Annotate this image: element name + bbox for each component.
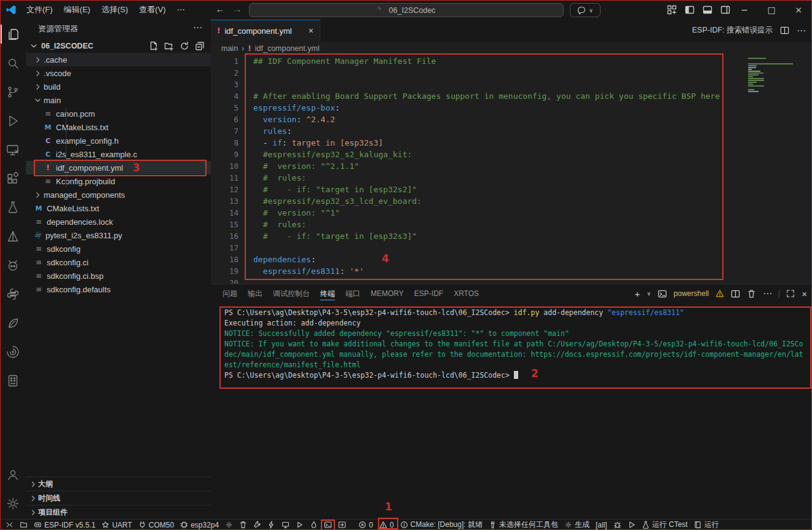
statusbar-idf-terminal[interactable] bbox=[321, 520, 335, 530]
activitybar-item-espressif[interactable] bbox=[0, 337, 26, 366]
minimize-button[interactable]: − bbox=[731, 0, 758, 20]
code-editor[interactable]: 1## IDF Component Manager Manifest File2… bbox=[211, 55, 812, 284]
toggle-secondary-sidebar-icon[interactable] bbox=[720, 5, 730, 15]
tree-item-sdkconfig.ci.bsp[interactable]: ≡sdkconfig.ci.bsp bbox=[26, 269, 211, 283]
menu-item[interactable]: 文件(F) bbox=[21, 0, 58, 20]
toggle-panel-icon[interactable] bbox=[703, 5, 712, 15]
sidebar-section-1[interactable]: 时间线 bbox=[26, 491, 211, 505]
split-editor-icon[interactable] bbox=[780, 26, 789, 35]
activitybar-item-source-control[interactable] bbox=[0, 77, 26, 106]
statusbar-warnings[interactable]: 0 bbox=[376, 520, 397, 530]
tree-item-idf-component.yml[interactable]: !idf_component.yml bbox=[26, 161, 211, 174]
activitybar-item-sponsor[interactable] bbox=[0, 308, 26, 337]
tree-item-sdkconfig.defaults[interactable]: ≡sdkconfig.defaults bbox=[26, 283, 211, 296]
new-file-icon[interactable] bbox=[149, 41, 159, 51]
statusbar-execute-custom-task[interactable] bbox=[335, 520, 349, 530]
more-actions-icon[interactable]: ⋯ bbox=[193, 22, 202, 33]
nav-forward-icon[interactable]: → bbox=[230, 4, 245, 14]
panel-tab-0[interactable]: 问题 bbox=[223, 284, 237, 303]
panel-tab-1[interactable]: 输出 bbox=[248, 284, 262, 303]
statusbar-ctest[interactable]: 运行 CTest bbox=[639, 520, 691, 530]
statusbar-monitor-device[interactable] bbox=[278, 520, 293, 530]
statusbar-debug[interactable] bbox=[293, 520, 307, 530]
panel-tab-6[interactable]: ESP-IDF bbox=[414, 284, 443, 303]
minimap[interactable] bbox=[748, 58, 805, 95]
tree-item-canon.pcm[interactable]: ≡canon.pcm bbox=[26, 107, 211, 120]
tree-root-row[interactable]: 06_I2SCODEC bbox=[26, 39, 211, 53]
more-actions-icon[interactable]: ⋯ bbox=[763, 288, 772, 299]
more-actions-icon[interactable]: ⋯ bbox=[797, 25, 806, 36]
maximize-panel-icon[interactable] bbox=[786, 289, 795, 298]
activitybar-item-platformio[interactable] bbox=[0, 251, 26, 279]
activitybar-item-accounts[interactable] bbox=[0, 460, 26, 489]
statusbar-cmake-debug[interactable] bbox=[610, 520, 625, 530]
activitybar-item-python[interactable] bbox=[0, 279, 26, 308]
espidf-action-label[interactable]: ESP-IDF: 搜索错误提示 bbox=[692, 25, 773, 36]
collapse-all-icon[interactable] bbox=[195, 41, 205, 51]
statusbar-remote-indicator[interactable] bbox=[2, 520, 17, 530]
activitybar-item-testing[interactable] bbox=[0, 193, 26, 222]
kill-terminal-icon[interactable] bbox=[747, 289, 756, 298]
tree-item-i2s-es8311-example.c[interactable]: Ci2s_es8311_example.c bbox=[26, 147, 211, 161]
tree-item-sdkconfig.ci[interactable]: ≡sdkconfig.ci bbox=[26, 255, 211, 269]
panel-tab-5[interactable]: MEMORY bbox=[371, 284, 404, 303]
refresh-icon[interactable] bbox=[179, 41, 189, 51]
customize-layout-icon[interactable] bbox=[667, 5, 677, 15]
activitybar-item-search[interactable] bbox=[0, 49, 26, 77]
statusbar-open-folder[interactable] bbox=[17, 520, 31, 530]
nav-back-icon[interactable]: ← bbox=[213, 4, 227, 14]
activitybar-item-run-debug[interactable] bbox=[0, 106, 26, 135]
activitybar-item-extensions[interactable] bbox=[0, 164, 26, 193]
statusbar-cmake-launch[interactable] bbox=[625, 520, 639, 530]
shell-name[interactable]: powershell bbox=[674, 289, 709, 298]
menu-item[interactable]: 选择(S) bbox=[96, 0, 133, 20]
maximize-button[interactable]: □ bbox=[758, 0, 785, 20]
statusbar-flash-method[interactable]: UART bbox=[98, 520, 135, 530]
terminal-output[interactable]: PS C:\Users\ag\Desktop\P4-3-5\esp32-p4-w… bbox=[224, 308, 808, 381]
panel-tab-7[interactable]: XRTOS bbox=[454, 284, 479, 303]
new-terminal-icon[interactable]: + bbox=[635, 289, 641, 299]
sidebar-section-2[interactable]: 项目组件 bbox=[26, 505, 211, 519]
tree-item-Kconfig.projbuild[interactable]: ≡Kconfig.projbuild bbox=[26, 174, 211, 188]
toggle-sidebar-icon[interactable] bbox=[685, 5, 695, 15]
panel-tab-2[interactable]: 调试控制台 bbox=[273, 284, 310, 303]
statusbar-build-flash-monitor[interactable] bbox=[307, 520, 321, 530]
statusbar-cmake-build[interactable]: 生成 bbox=[561, 520, 593, 530]
statusbar-menuconfig[interactable] bbox=[222, 520, 236, 530]
statusbar-docs[interactable]: 运行 bbox=[691, 520, 722, 530]
tree-item-managed-components[interactable]: managed_components bbox=[26, 188, 211, 201]
activitybar-item-remote-explorer[interactable] bbox=[0, 135, 26, 164]
statusbar-cmake-status[interactable]: CMake: [Debug]: 就绪 bbox=[397, 520, 486, 530]
menu-item[interactable]: 编辑(E) bbox=[58, 0, 96, 20]
copilot-button[interactable]: ∨ bbox=[570, 3, 601, 17]
statusbar-cmake-kit[interactable]: 未选择任何工具包 bbox=[486, 520, 561, 530]
tree-item-CMakeLists.txt[interactable]: MCMakeLists.txt bbox=[26, 201, 211, 215]
statusbar-flash-device[interactable] bbox=[264, 520, 278, 530]
terminal-dropdown-icon[interactable]: ∨ bbox=[647, 290, 651, 297]
tree-item-dependencies.lock[interactable]: ≡dependencies.lock bbox=[26, 215, 211, 228]
menu-item[interactable]: 查看(V) bbox=[133, 0, 171, 20]
split-terminal-icon[interactable] bbox=[731, 289, 740, 298]
tree-item-.cache[interactable]: .cache bbox=[26, 53, 211, 66]
tree-item-example-config.h[interactable]: Cexample_config.h bbox=[26, 134, 211, 147]
breadcrumb[interactable]: main › ! idf_component.yml bbox=[211, 42, 812, 55]
command-center-search[interactable]: 06_I2SCodec bbox=[249, 3, 564, 17]
breadcrumb-folder[interactable]: main bbox=[221, 44, 238, 53]
close-panel-icon[interactable]: × bbox=[802, 289, 807, 299]
tree-item-pytest-i2s-es8311.py[interactable]: pytest_i2s_es8311.py bbox=[26, 228, 211, 242]
statusbar-esp-idf-version[interactable]: ESP-IDF v5.5.1 bbox=[31, 520, 98, 530]
statusbar-full-clean[interactable] bbox=[236, 520, 250, 530]
statusbar-serial-port[interactable]: COM50 bbox=[135, 520, 177, 530]
activitybar-item-cmake[interactable] bbox=[0, 222, 26, 251]
tab-close-icon[interactable]: × bbox=[309, 26, 313, 36]
tree-item-.vscode[interactable]: .vscode bbox=[26, 66, 211, 80]
new-folder-icon[interactable] bbox=[164, 41, 174, 51]
panel-tab-3[interactable]: 终端 bbox=[320, 284, 335, 303]
activitybar-item-settings[interactable] bbox=[0, 489, 26, 518]
breadcrumb-file[interactable]: idf_component.yml bbox=[255, 44, 320, 53]
statusbar-build-target[interactable]: [all] bbox=[593, 520, 610, 530]
tree-item-sdkconfig[interactable]: ≡sdkconfig bbox=[26, 242, 211, 255]
tree-item-main[interactable]: main bbox=[26, 93, 211, 107]
statusbar-build-project[interactable] bbox=[250, 520, 264, 530]
tree-item-build[interactable]: build bbox=[26, 80, 211, 93]
